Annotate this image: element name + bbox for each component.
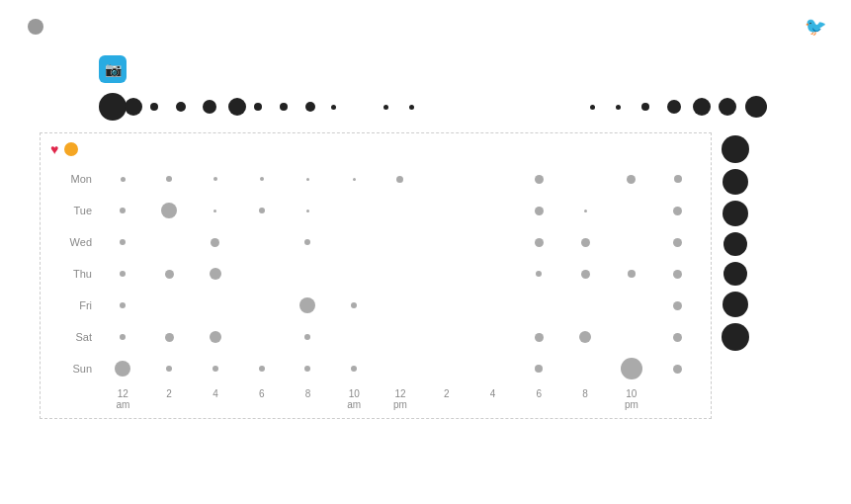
right-big-dot xyxy=(723,262,747,286)
grid-cell xyxy=(516,321,562,353)
community-dot xyxy=(306,178,309,181)
community-dot xyxy=(673,365,682,374)
x-axis-label: 8 xyxy=(562,388,609,410)
grid-cell xyxy=(146,226,193,258)
grid-cell xyxy=(331,195,378,226)
tweet-button[interactable]: 🐦 xyxy=(805,16,831,38)
x-axis-label: 10am xyxy=(331,388,378,410)
x-axis-label: 2 xyxy=(423,388,469,410)
community-dot xyxy=(621,358,642,379)
community-dot xyxy=(213,177,217,181)
community-dot xyxy=(535,333,544,342)
info-icon[interactable] xyxy=(28,19,43,35)
grid-cell xyxy=(100,290,146,321)
right-big-dot xyxy=(723,292,748,317)
right-dots-column xyxy=(722,132,749,354)
grid-cell xyxy=(238,163,285,195)
grid-cell xyxy=(285,321,331,353)
x-axis-label: 10pm xyxy=(608,388,654,410)
grid-cell xyxy=(285,353,331,384)
grid-cell xyxy=(100,321,146,353)
grid-cell xyxy=(423,258,469,290)
grid-cell xyxy=(608,353,654,384)
right-big-dot xyxy=(723,201,748,226)
community-dot xyxy=(120,271,126,277)
community-dot xyxy=(210,331,221,343)
community-dot xyxy=(304,366,310,372)
community-dot xyxy=(120,208,126,213)
grid-cell xyxy=(146,258,193,290)
grid-cell xyxy=(608,258,654,290)
habit-dot xyxy=(719,98,736,116)
day-label: Wed xyxy=(50,236,100,248)
grid-cell xyxy=(654,226,701,258)
habit-dot xyxy=(125,98,142,116)
grid-cell xyxy=(238,290,285,321)
community-dot xyxy=(115,361,130,377)
right-big-dot xyxy=(722,135,749,163)
heart-icon: ♥ xyxy=(50,141,58,157)
grid-cell xyxy=(378,226,424,258)
grid-cell xyxy=(654,321,701,353)
community-dot xyxy=(299,297,315,313)
grid-cell xyxy=(562,353,609,384)
habit-dot xyxy=(590,105,595,110)
page: 🐦 📷 ♥ MonTueWedThuFriSatSun 12am2468 xyxy=(0,0,851,504)
community-dot xyxy=(396,176,403,183)
habit-dot xyxy=(331,105,336,110)
community-dot xyxy=(535,175,544,184)
grid-cell xyxy=(562,163,609,195)
camera-icon-wrapper: 📷 xyxy=(99,55,127,83)
habit-dot xyxy=(305,102,315,112)
grid-cell xyxy=(562,258,609,290)
x-axis-label: 12am xyxy=(100,388,146,410)
grid-cell xyxy=(516,226,562,258)
community-dot xyxy=(581,270,590,279)
x-axis: 12am246810am12pm246810pm xyxy=(50,388,701,410)
grid-cell xyxy=(562,226,609,258)
habit-dot xyxy=(409,105,414,110)
habit-dot xyxy=(693,98,711,116)
community-dot xyxy=(584,210,587,212)
grid-cell xyxy=(100,226,146,258)
community-dot xyxy=(579,331,591,343)
community-dot xyxy=(351,366,357,372)
grid-cell xyxy=(562,290,609,321)
grid-cell xyxy=(331,226,378,258)
habit-dot xyxy=(150,103,158,111)
community-dot xyxy=(259,208,265,213)
x-axis-label xyxy=(654,388,701,410)
habit-dot xyxy=(641,103,649,111)
grid-cell xyxy=(654,290,701,321)
community-dot xyxy=(673,333,682,342)
community-dot xyxy=(627,175,636,184)
grid-cell xyxy=(469,258,516,290)
community-dot xyxy=(535,207,544,215)
habit-dot xyxy=(228,98,246,116)
grid-cell xyxy=(654,195,701,226)
grid-cell xyxy=(146,290,193,321)
grid-cell xyxy=(608,321,654,353)
x-axis-label: 2 xyxy=(146,388,193,410)
grid-cell xyxy=(516,258,562,290)
chart-grid: MonTueWedThuFriSatSun xyxy=(50,163,701,384)
community-dot xyxy=(210,268,221,280)
grid-cell xyxy=(331,290,378,321)
grid-cell xyxy=(331,163,378,195)
grid-cell xyxy=(516,163,562,195)
grid-cell xyxy=(285,195,331,226)
community-dot xyxy=(306,210,309,212)
grid-cell xyxy=(285,258,331,290)
grid-cell xyxy=(654,353,701,384)
habit-dot xyxy=(203,100,216,114)
day-label: Sat xyxy=(50,331,100,343)
yellow-circle-icon xyxy=(64,142,78,156)
grid-cell xyxy=(331,321,378,353)
posting-habits-header: 📷 xyxy=(99,55,831,83)
grid-cell xyxy=(654,163,701,195)
community-dot xyxy=(166,176,172,182)
grid-cell xyxy=(100,195,146,226)
community-dot xyxy=(673,207,682,215)
grid-cell xyxy=(193,195,239,226)
community-dot xyxy=(260,177,264,181)
